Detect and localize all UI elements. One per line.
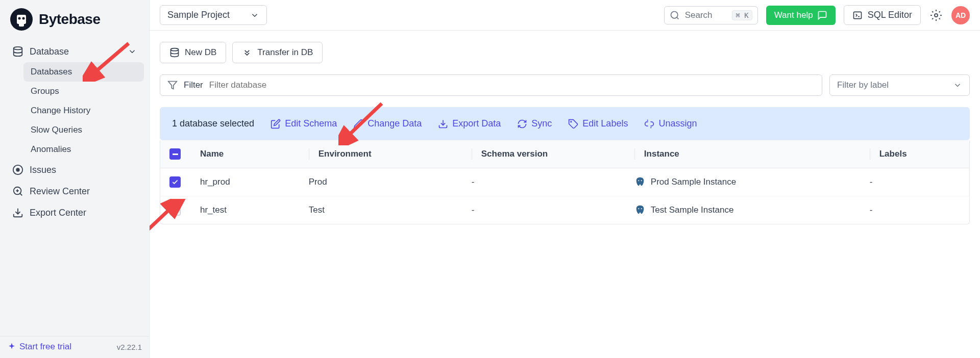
svg-point-15 <box>171 48 179 51</box>
sidebar-item-databases[interactable]: Databases <box>23 62 144 82</box>
col-name: Name <box>200 149 309 159</box>
settings-button[interactable] <box>929 8 943 22</box>
sql-label: SQL Editor <box>868 10 912 20</box>
tag-icon <box>568 119 578 129</box>
row-checkbox[interactable] <box>169 176 181 188</box>
gear-icon <box>930 9 942 21</box>
want-help-button[interactable]: Want help <box>766 6 836 25</box>
sidebar-label: Anomalies <box>31 144 71 155</box>
row-checkbox[interactable] <box>169 204 181 216</box>
logo-icon <box>9 7 34 32</box>
action-label: Edit Labels <box>582 118 628 129</box>
sidebar-item-slow-queries[interactable]: Slow Queries <box>23 120 144 140</box>
table-row[interactable]: hr_test Test - Test Sample Instance - <box>160 196 969 224</box>
cell-schema-version: - <box>472 205 634 215</box>
svg-point-22 <box>641 180 642 181</box>
cell-environment: Prod <box>309 177 472 187</box>
svg-point-2 <box>18 17 21 20</box>
cell-labels: - <box>870 177 960 187</box>
checkbox-all[interactable] <box>169 148 181 160</box>
col-schema-version: Schema version <box>472 148 634 160</box>
download-icon <box>438 119 448 129</box>
btn-label: Transfer in DB <box>257 47 313 58</box>
svg-point-11 <box>671 11 677 18</box>
chevron-down-icon <box>953 81 962 90</box>
filter-by-label-text: Filter by label <box>837 80 889 90</box>
filter-by-label-select[interactable]: Filter by label <box>829 74 970 96</box>
svg-point-23 <box>638 208 639 209</box>
cell-name: hr_prod <box>200 177 309 187</box>
action-label: Unassign <box>658 118 697 129</box>
svg-point-5 <box>14 47 22 50</box>
unassign-action[interactable]: Unassign <box>644 118 697 129</box>
database-icon <box>169 47 180 58</box>
sidebar-label: Change History <box>31 106 90 116</box>
edit-icon <box>271 119 281 129</box>
filter-icon <box>167 80 178 90</box>
sidebar-item-review-center[interactable]: Review Center <box>5 181 144 202</box>
sync-action[interactable]: Sync <box>517 118 552 129</box>
sidebar-item-database[interactable]: Database <box>5 41 144 62</box>
svg-point-7 <box>16 168 19 171</box>
postgres-icon <box>634 204 646 216</box>
topbar: Sample Project Search ⌘ K Want help SQL … <box>150 0 980 31</box>
version-text: v2.22.1 <box>117 343 142 351</box>
review-icon <box>12 186 23 197</box>
cell-name: hr_test <box>200 205 309 215</box>
search-kbd: ⌘ K <box>732 10 752 20</box>
content: New DB Transfer in DB Filter Filter by l… <box>150 31 980 358</box>
project-select[interactable]: Sample Project <box>160 5 267 25</box>
sync-icon <box>517 119 527 129</box>
btn-label: New DB <box>185 47 216 58</box>
selection-bar: 1 database selected Edit Schema Change D… <box>160 107 970 140</box>
pencil-icon <box>353 119 363 129</box>
cell-instance: Test Sample Instance <box>634 204 870 216</box>
postgres-icon <box>634 176 646 188</box>
export-data-action[interactable]: Export Data <box>438 118 501 129</box>
action-label: Change Data <box>368 118 422 129</box>
filter-input[interactable] <box>209 80 815 90</box>
svg-rect-4 <box>19 22 24 27</box>
sidebar-item-change-history[interactable]: Change History <box>23 101 144 120</box>
svg-point-3 <box>22 17 25 20</box>
edit-schema-action[interactable]: Edit Schema <box>271 118 337 129</box>
sidebar-item-groups[interactable]: Groups <box>23 82 144 101</box>
issues-icon <box>12 164 23 175</box>
col-environment: Environment <box>309 148 472 160</box>
cell-environment: Test <box>309 205 472 215</box>
action-label: Sync <box>531 118 552 129</box>
project-name: Sample Project <box>167 10 230 20</box>
chevrons-down-icon <box>242 47 252 58</box>
transfer-db-button[interactable]: Transfer in DB <box>232 42 323 63</box>
sidebar-label: Slow Queries <box>31 125 82 135</box>
action-label: Export Data <box>452 118 501 129</box>
logo-text: Bytebase <box>39 11 101 28</box>
search-icon <box>670 10 680 20</box>
svg-point-24 <box>641 208 642 209</box>
sql-editor-button[interactable]: SQL Editor <box>844 5 921 25</box>
edit-labels-action[interactable]: Edit Labels <box>568 118 628 129</box>
chat-icon <box>817 10 827 20</box>
table-header: Name Environment Schema version Instance… <box>160 140 969 168</box>
terminal-icon <box>852 10 863 20</box>
sparkle-icon <box>7 342 16 351</box>
cell-instance: Prod Sample Instance <box>634 176 870 188</box>
trial-text: Start free trial <box>19 342 71 352</box>
database-table: Name Environment Schema version Instance… <box>160 140 970 224</box>
chevron-down-icon <box>128 47 137 56</box>
start-trial-link[interactable]: Start free trial <box>7 342 71 352</box>
sidebar-label: Groups <box>31 86 59 96</box>
filter-label: Filter <box>184 80 203 90</box>
change-data-action[interactable]: Change Data <box>353 118 422 129</box>
logo[interactable]: Bytebase <box>0 0 149 41</box>
search-input[interactable]: Search ⌘ K <box>664 6 758 24</box>
selection-count: 1 database selected <box>172 118 254 129</box>
avatar[interactable]: AD <box>951 6 970 24</box>
unlink-icon <box>644 119 654 129</box>
table-row[interactable]: hr_prod Prod - Prod Sample Instance - <box>160 168 969 196</box>
sidebar-item-anomalies[interactable]: Anomalies <box>23 140 144 159</box>
sidebar-item-export-center[interactable]: Export Center <box>5 202 144 223</box>
new-db-button[interactable]: New DB <box>160 42 226 63</box>
col-instance: Instance <box>634 148 870 160</box>
sidebar-item-issues[interactable]: Issues <box>5 159 144 181</box>
